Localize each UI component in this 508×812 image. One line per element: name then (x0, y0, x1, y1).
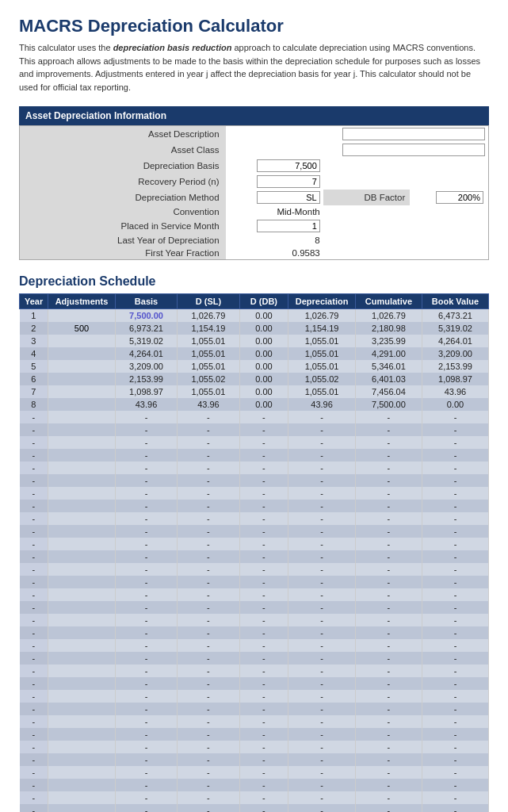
cell-adj[interactable] (48, 779, 116, 791)
cell-adj[interactable] (48, 335, 116, 347)
cell-cumulative: - (355, 487, 422, 500)
cell-adj[interactable] (48, 639, 116, 652)
cell-adj[interactable] (48, 804, 116, 812)
cell-adj[interactable] (48, 614, 116, 626)
cell-adj[interactable] (48, 715, 116, 728)
cell-adj[interactable] (48, 690, 116, 703)
cell-adj[interactable] (48, 411, 116, 423)
cell-adj[interactable] (48, 766, 116, 779)
cell-basis: - (115, 474, 177, 487)
cell-basis: 7,500.00 (115, 309, 177, 323)
cell-adj[interactable] (48, 741, 116, 753)
recovery-period-input[interactable] (257, 175, 320, 188)
header-book-value: Book Value (422, 294, 488, 309)
cell-book: 4,264.01 (422, 335, 488, 347)
cell-adj[interactable] (48, 601, 116, 614)
cell-ddb: - (239, 614, 288, 626)
depreciation-method-input[interactable] (257, 191, 320, 204)
cell-book: 43.96 (422, 385, 488, 398)
cell-adj[interactable] (48, 728, 116, 741)
cell-adj[interactable] (48, 500, 116, 512)
table-row: ------- (20, 411, 489, 423)
cell-ddb: 0.00 (239, 322, 288, 335)
cell-year: - (20, 753, 48, 766)
table-row: 62,153.991,055.020.001,055.026,401.031,0… (20, 373, 489, 385)
cell-adj[interactable] (48, 525, 116, 538)
cell-depr: - (288, 411, 356, 423)
cell-adj[interactable] (48, 360, 116, 373)
table-row: ------- (20, 766, 489, 779)
cell-adj[interactable] (48, 588, 116, 601)
cell-adj[interactable] (48, 563, 116, 576)
cell-basis: - (115, 665, 177, 677)
depreciation-basis-input[interactable] (257, 159, 320, 172)
table-row: ------- (20, 462, 489, 474)
cell-adj[interactable] (48, 550, 116, 563)
cell-cumulative: - (355, 550, 422, 563)
cell-cumulative: - (355, 741, 422, 753)
cell-adj[interactable] (48, 436, 116, 449)
cell-adj[interactable] (48, 373, 116, 385)
cell-adj[interactable] (48, 449, 116, 462)
convention-value: Mid-Month (277, 207, 319, 216)
cell-adj[interactable] (48, 677, 116, 690)
cell-depr: - (288, 791, 356, 804)
cell-adj[interactable] (48, 487, 116, 500)
cell-depr: - (288, 563, 356, 576)
cell-adj[interactable] (48, 652, 116, 665)
cell-depr: - (288, 626, 356, 639)
cell-dsl: - (178, 436, 239, 449)
cell-cumulative: 4,291.00 (355, 347, 422, 360)
asset-description-input[interactable] (342, 128, 485, 140)
table-row: ------- (20, 741, 489, 753)
cell-dsl: - (178, 525, 239, 538)
cell-adj[interactable] (48, 703, 116, 715)
cell-cumulative: - (355, 728, 422, 741)
cell-adj[interactable] (48, 512, 116, 525)
cell-adj[interactable] (48, 576, 116, 588)
cell-dsl: 1,055.02 (178, 373, 239, 385)
cell-dsl: - (178, 588, 239, 601)
cell-ddb: - (239, 423, 288, 436)
cell-adj[interactable] (48, 462, 116, 474)
cell-book: - (422, 436, 488, 449)
cell-book: - (422, 474, 488, 487)
cell-depr: - (288, 601, 356, 614)
cell-ddb: - (239, 576, 288, 588)
table-row: ------- (20, 576, 489, 588)
asset-class-input[interactable] (342, 144, 485, 156)
cell-adj[interactable] (48, 791, 116, 804)
table-row: ------- (20, 791, 489, 804)
cell-dsl: - (178, 639, 239, 652)
cell-cumulative: - (355, 411, 422, 423)
cell-basis: - (115, 500, 177, 512)
cell-adj[interactable] (48, 538, 116, 550)
cell-adj[interactable] (48, 398, 116, 411)
cell-adj[interactable] (48, 474, 116, 487)
cell-adj[interactable] (48, 385, 116, 398)
cell-dsl: - (178, 538, 239, 550)
last-depreciation-value: 8 (315, 236, 319, 245)
cell-basis: - (115, 715, 177, 728)
cell-year: - (20, 487, 48, 500)
cell-adj[interactable] (48, 322, 116, 335)
cell-adj[interactable] (48, 753, 116, 766)
cell-adj[interactable] (48, 423, 116, 436)
cell-book: - (422, 449, 488, 462)
header-basis: Basis (115, 294, 177, 309)
cell-adj[interactable] (48, 309, 116, 323)
cell-adj[interactable] (48, 665, 116, 677)
cell-book: - (422, 766, 488, 779)
cell-year: 7 (20, 385, 48, 398)
recovery-period-label: Recovery Period (n) (20, 174, 226, 190)
placed-service-input[interactable] (257, 220, 320, 232)
cell-basis: - (115, 791, 177, 804)
cell-depr: 1,055.02 (288, 373, 356, 385)
db-factor-input[interactable] (436, 191, 483, 204)
cell-adj[interactable] (48, 626, 116, 639)
cell-adj[interactable] (48, 347, 116, 360)
cell-book: - (422, 639, 488, 652)
cell-year: - (20, 728, 48, 741)
db-factor-value-cell (410, 190, 488, 205)
cell-year: - (20, 411, 48, 423)
